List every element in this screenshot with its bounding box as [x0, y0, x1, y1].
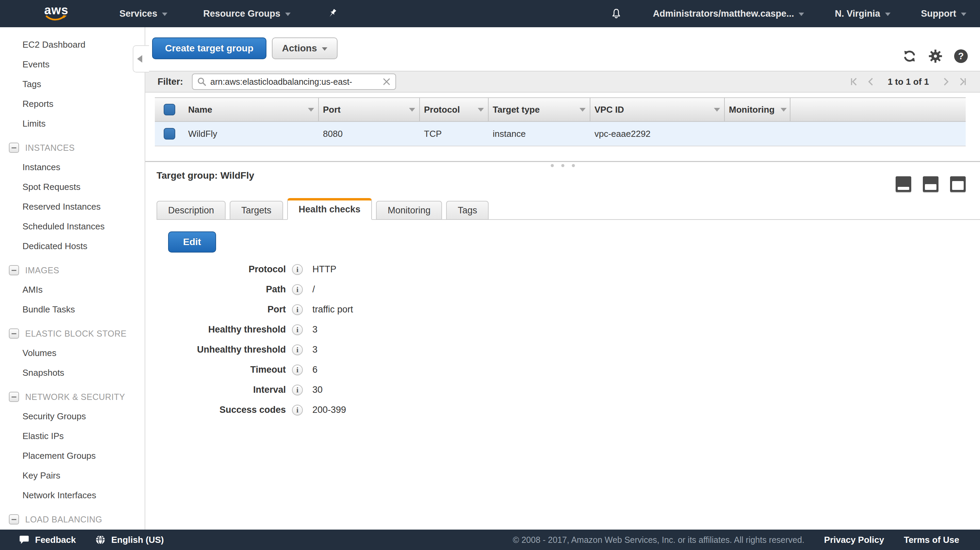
sidebar-collapse-handle[interactable]	[133, 45, 149, 72]
chevron-down-icon	[961, 13, 966, 16]
language-selector[interactable]: English (US)	[95, 534, 164, 545]
nav-pin-shortcut[interactable]	[326, 8, 338, 19]
aws-logo[interactable]: aws	[44, 5, 68, 22]
sidebar-item-scheduled-instances[interactable]: Scheduled Instances	[0, 217, 145, 236]
pane-size-medium-icon[interactable]	[923, 176, 939, 192]
select-all-checkbox[interactable]	[164, 104, 175, 115]
nav-services[interactable]: Services	[119, 8, 167, 19]
feedback-link[interactable]: Feedback	[19, 534, 76, 545]
aws-smile-icon	[45, 15, 68, 22]
info-icon[interactable]: i	[292, 344, 303, 356]
sidebar-item-amis[interactable]: AMIs	[0, 280, 145, 300]
info-icon[interactable]: i	[292, 284, 303, 295]
settings-button[interactable]	[928, 49, 943, 63]
pane-resize-divider[interactable]	[145, 161, 980, 162]
column-header-vpc-id[interactable]: VPC ID	[590, 98, 725, 121]
tab-targets[interactable]: Targets	[230, 201, 283, 220]
sidebar-section-instances[interactable]: INSTANCES	[0, 138, 145, 157]
sidebar-section-images[interactable]: IMAGES	[0, 261, 145, 280]
collapse-minus-icon[interactable]	[9, 328, 19, 339]
drag-handle-icon[interactable]	[550, 164, 575, 167]
sort-icon[interactable]	[781, 108, 787, 112]
terms-of-use-link[interactable]: Terms of Use	[904, 535, 959, 545]
select-all-cell	[155, 98, 184, 121]
pane-size-large-icon[interactable]	[950, 176, 966, 192]
sort-icon[interactable]	[478, 108, 484, 112]
tab-health-checks[interactable]: Health checks	[287, 198, 372, 220]
sidebar-item-network-interfaces[interactable]: Network Interfaces	[0, 485, 145, 505]
sort-icon[interactable]	[714, 108, 720, 112]
info-icon[interactable]: i	[292, 365, 303, 375]
sidebar-item-bundle-tasks[interactable]: Bundle Tasks	[0, 300, 145, 319]
sort-icon[interactable]	[409, 108, 415, 112]
sidebar-section-ebs[interactable]: ELASTIC BLOCK STORE	[0, 324, 145, 343]
sidebar-item-volumes[interactable]: Volumes	[0, 343, 145, 363]
actions-button[interactable]: Actions	[272, 37, 337, 59]
nav-notifications[interactable]	[610, 8, 622, 20]
row-checkbox[interactable]	[164, 128, 175, 140]
sidebar-item-placement-groups[interactable]: Placement Groups	[0, 446, 145, 466]
collapse-minus-icon[interactable]	[9, 514, 19, 524]
filter-search-input[interactable]	[210, 77, 379, 87]
tab-tags[interactable]: Tags	[446, 201, 488, 220]
sidebar-item-reports[interactable]: Reports	[0, 94, 145, 114]
sidebar-section-label: ELASTIC BLOCK STORE	[25, 329, 127, 339]
column-header-monitoring[interactable]: Monitoring	[725, 98, 791, 121]
info-icon[interactable]: i	[292, 264, 303, 275]
sidebar-section-label: LOAD BALANCING	[25, 515, 102, 524]
column-header-port[interactable]: Port	[319, 98, 420, 121]
info-icon[interactable]: i	[292, 304, 303, 315]
sidebar-section-load-balancing[interactable]: LOAD BALANCING	[0, 510, 145, 529]
help-button[interactable]: ?	[954, 49, 968, 63]
nav-services-label: Services	[119, 8, 157, 19]
create-target-group-button[interactable]: Create target group	[152, 37, 266, 59]
refresh-button[interactable]	[902, 49, 917, 63]
sidebar-item-tags[interactable]: Tags	[0, 74, 145, 94]
table-row[interactable]: WildFly 8080 TCP instance vpc-eaae2292	[155, 122, 966, 146]
aws-logo-text: aws	[44, 5, 68, 15]
tab-monitoring[interactable]: Monitoring	[376, 201, 442, 220]
nav-resource-groups[interactable]: Resource Groups	[203, 8, 291, 19]
nav-region-menu[interactable]: N. Virginia	[835, 8, 890, 19]
sidebar-item-events[interactable]: Events	[0, 54, 145, 74]
collapse-minus-icon[interactable]	[9, 143, 19, 153]
info-icon[interactable]: i	[292, 384, 303, 395]
tab-description[interactable]: Description	[156, 201, 226, 220]
column-header-name[interactable]: Name	[184, 98, 319, 121]
sidebar-item-key-pairs[interactable]: Key Pairs	[0, 466, 145, 485]
nav-region-label: N. Virginia	[835, 8, 880, 19]
clear-filter-icon[interactable]	[382, 77, 391, 86]
column-header-target-type[interactable]: Target type	[488, 98, 590, 121]
sort-icon[interactable]	[579, 108, 585, 112]
sidebar-item-spot-requests[interactable]: Spot Requests	[0, 177, 145, 197]
sidebar-item-dedicated-hosts[interactable]: Dedicated Hosts	[0, 236, 145, 256]
nav-account-menu[interactable]: Administrators/matthew.caspe...	[653, 8, 804, 19]
nav-support-menu[interactable]: Support	[921, 8, 966, 19]
field-label: Healthy threshold	[156, 324, 286, 335]
pagination-next-button[interactable]	[940, 77, 951, 87]
sidebar-item-limits[interactable]: Limits	[0, 114, 145, 134]
sidebar-section-network-security[interactable]: NETWORK & SECURITY	[0, 387, 145, 407]
sidebar-item-elastic-ips[interactable]: Elastic IPs	[0, 426, 145, 446]
collapse-arrow-icon	[137, 55, 142, 63]
column-header-protocol[interactable]: Protocol	[420, 98, 488, 121]
collapse-minus-icon[interactable]	[9, 265, 19, 275]
sidebar-item-reserved-instances[interactable]: Reserved Instances	[0, 197, 145, 217]
sidebar-item-snapshots[interactable]: Snapshots	[0, 363, 145, 383]
filter-search-box[interactable]	[192, 73, 396, 90]
sidebar-item-security-groups[interactable]: Security Groups	[0, 407, 145, 426]
pagination-prev-button[interactable]	[866, 77, 876, 87]
sort-icon[interactable]	[308, 108, 314, 112]
sidebar-item-ec2-dashboard[interactable]: EC2 Dashboard	[0, 35, 145, 54]
info-icon[interactable]: i	[292, 324, 303, 335]
pane-size-small-icon[interactable]	[896, 176, 911, 192]
edit-button[interactable]: Edit	[168, 231, 216, 252]
field-value: 200-399	[312, 405, 346, 415]
pagination-last-button[interactable]	[958, 77, 968, 87]
sidebar-item-instances[interactable]: Instances	[0, 157, 145, 177]
info-icon[interactable]: i	[292, 405, 303, 416]
collapse-minus-icon[interactable]	[9, 392, 19, 402]
pagination-first-button[interactable]	[849, 77, 859, 87]
privacy-policy-link[interactable]: Privacy Policy	[824, 535, 884, 545]
field-row-port: Port i traffic port	[156, 300, 980, 320]
